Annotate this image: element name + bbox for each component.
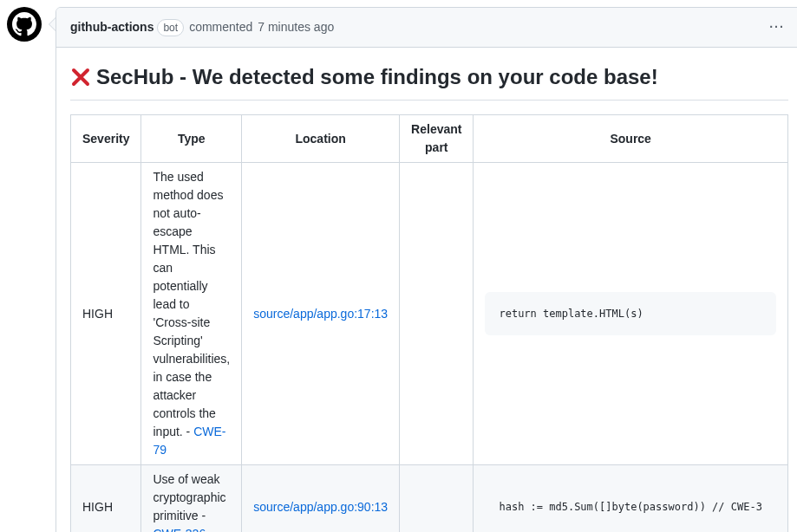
- cell-location: source/app/app.go:17:13: [242, 163, 400, 465]
- location-link[interactable]: source/app/app.go:17:13: [253, 307, 388, 321]
- cell-relevant: [400, 163, 474, 465]
- comment-action: commented: [189, 18, 252, 36]
- cell-type: Use of weak cryptographic primitive - CW…: [141, 465, 242, 533]
- cell-relevant: [400, 465, 474, 533]
- heading-text: SecHub - We detected some findings on yo…: [96, 62, 658, 93]
- location-link[interactable]: source/app/app.go:90:13: [253, 500, 388, 514]
- comment-timestamp[interactable]: 7 minutes ago: [258, 18, 334, 36]
- page-title: SecHub - We detected some findings on yo…: [70, 62, 788, 101]
- cell-source: hash := md5.Sum([]byte(password)) // CWE…: [474, 465, 787, 533]
- findings-table: Severity Type Location Relevant part Sou…: [70, 114, 788, 532]
- comment-header: github-actions bot commented 7 minutes a…: [56, 8, 797, 48]
- cell-source: return template.HTML(s): [474, 163, 787, 465]
- bot-badge: bot: [157, 19, 184, 36]
- table-row: HIGHUse of weak cryptographic primitive …: [71, 465, 788, 533]
- source-code: hash := md5.Sum([]byte(password)) // CWE…: [485, 485, 775, 529]
- comment-arrow: [49, 17, 56, 31]
- th-source: Source: [474, 115, 787, 163]
- type-text: The used method does not auto-escape HTM…: [153, 170, 230, 438]
- type-text: Use of weak cryptographic primitive -: [153, 472, 225, 522]
- cell-type: The used method does not auto-escape HTM…: [141, 163, 242, 465]
- table-header-row: Severity Type Location Relevant part Sou…: [71, 115, 788, 163]
- th-severity: Severity: [71, 115, 141, 163]
- cell-severity: HIGH: [71, 163, 141, 465]
- cwe-link[interactable]: CWE-326: [153, 527, 206, 532]
- th-relevant: Relevant part: [400, 115, 474, 163]
- avatar[interactable]: [7, 7, 42, 42]
- github-icon: [12, 12, 36, 36]
- th-type: Type: [141, 115, 242, 163]
- cross-mark-icon: [70, 67, 91, 88]
- comment-author[interactable]: github-actions: [70, 18, 154, 36]
- source-code: return template.HTML(s): [485, 292, 775, 335]
- table-row: HIGHThe used method does not auto-escape…: [71, 163, 788, 465]
- kebab-menu-icon[interactable]: ···: [766, 15, 788, 40]
- th-location: Location: [242, 115, 400, 163]
- cell-location: source/app/app.go:90:13: [242, 465, 400, 533]
- cell-severity: HIGH: [71, 465, 141, 533]
